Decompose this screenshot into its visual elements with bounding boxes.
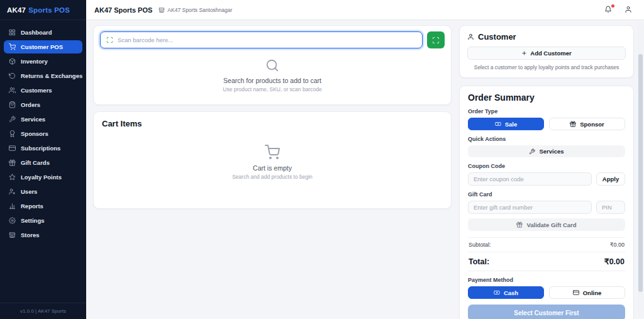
sidebar-item-customers[interactable]: Customers [4, 84, 82, 97]
wrench-icon [529, 148, 535, 155]
app-window: AK47 Sports POS Dashboard Customer POS I… [0, 0, 644, 319]
services-button[interactable]: Services [468, 145, 625, 157]
scan-button[interactable] [427, 31, 445, 48]
payment-cash-button[interactable]: Cash [468, 286, 544, 299]
gift-icon [570, 121, 576, 127]
sidebar-item-inventory[interactable]: Inventory [4, 55, 82, 68]
credit-card-icon [9, 145, 16, 152]
quick-actions-label: Quick Actions [468, 136, 625, 142]
sidebar-item-sponsors[interactable]: Sponsors [4, 127, 82, 140]
sidebar-item-subscriptions[interactable]: Subscriptions [4, 142, 82, 155]
banknote-icon [494, 289, 500, 296]
checkout-button[interactable]: Select Customer First [468, 305, 625, 319]
sidebar: AK47 Sports POS Dashboard Customer POS I… [0, 0, 86, 319]
notification-badge [611, 4, 614, 8]
services-button-label: Services [539, 148, 564, 155]
payment-method-label: Payment Method [468, 277, 625, 283]
sidebar-item-label: Sponsors [21, 130, 48, 137]
order-summary-card: Order Summary Order Type Sale Sponsor Qu… [459, 86, 634, 319]
barcode-input[interactable] [118, 36, 416, 43]
order-type-sale-label: Sale [505, 121, 518, 128]
sidebar-item-orders[interactable]: Orders [4, 98, 82, 111]
sidebar-item-label: Users [21, 188, 37, 195]
sidebar-item-label: Services [21, 116, 45, 123]
scrollbar-thumb[interactable] [638, 54, 643, 292]
store-icon [158, 7, 165, 13]
user-icon [625, 6, 632, 13]
customer-title: Customer [478, 32, 516, 42]
coupon-code-input[interactable] [468, 172, 592, 186]
sidebar-item-gift-cards[interactable]: Gift Cards [4, 156, 82, 169]
sidebar-item-label: Dashboard [21, 29, 52, 36]
gift-card-pin-input[interactable] [596, 201, 625, 214]
validate-gift-card-button[interactable]: Validate Gift Card [468, 218, 625, 231]
user-gear-icon [9, 188, 16, 195]
sidebar-item-label: Inventory [21, 58, 48, 65]
store-badge: AK47 Sports Santoshnagar [158, 7, 232, 13]
order-type-sponsor-button[interactable]: Sponsor [549, 118, 625, 130]
plus-icon [521, 50, 527, 56]
cart-empty-subtitle: Search and add products to begin [102, 174, 443, 180]
sidebar-item-stores[interactable]: Stores [4, 228, 82, 242]
package-icon [9, 58, 16, 65]
grid-icon [9, 29, 16, 36]
top-header: AK47 Sports POS AK47 Sports Santoshnagar [86, 0, 644, 20]
brand-primary: AK47 [7, 6, 26, 14]
users-icon [9, 87, 16, 94]
search-empty-state: Search for products to add to cart Use p… [100, 48, 445, 92]
sidebar-item-label: Stores [21, 232, 40, 238]
sidebar-item-services[interactable]: Services [4, 113, 82, 126]
order-type-sponsor-label: Sponsor [580, 121, 604, 128]
sidebar-item-settings[interactable]: Settings [4, 214, 82, 227]
sidebar-item-label: Settings [21, 217, 44, 224]
sidebar-item-label: Orders [21, 101, 40, 108]
brand-secondary: Sports POS [28, 6, 70, 14]
gift-card-number-input[interactable] [468, 201, 592, 214]
app-logo: AK47 Sports POS [0, 0, 86, 20]
content-area: Search for products to add to cart Use p… [86, 20, 644, 319]
banknote-icon [495, 121, 501, 127]
subtotal-label: Subtotal: [469, 242, 491, 248]
order-summary-title: Order Summary [468, 92, 625, 103]
rotate-ccw-icon [9, 72, 16, 79]
award-icon [9, 130, 16, 137]
sidebar-item-users[interactable]: Users [4, 185, 82, 198]
totals-section: Subtotal: ₹0.00 Total: ₹0.00 [468, 237, 625, 271]
sidebar-menu: Dashboard Customer POS Inventory Returns… [0, 20, 86, 303]
sidebar-item-customer-pos[interactable]: Customer POS [4, 40, 82, 53]
profile-button[interactable] [624, 6, 633, 14]
store-name: AK47 Sports Santoshnagar [167, 7, 232, 13]
sidebar-item-label: Loyalty Points [21, 174, 62, 181]
sidebar-item-reports[interactable]: Reports [4, 199, 82, 213]
payment-online-button[interactable]: Online [549, 286, 625, 299]
payment-cash-label: Cash [504, 289, 518, 296]
sidebar-item-returns-exchanges[interactable]: Returns & Exchanges [4, 69, 82, 82]
add-customer-button[interactable]: Add Customer [467, 47, 626, 60]
scan-icon [432, 36, 440, 44]
order-type-sale-button[interactable]: Sale [468, 118, 544, 130]
notifications-button[interactable] [604, 6, 613, 14]
wrench-icon [9, 116, 16, 123]
page-title: AK47 Sports POS [94, 6, 152, 14]
sidebar-item-dashboard[interactable]: Dashboard [4, 26, 82, 39]
shopping-bag-icon [9, 101, 16, 108]
scrollbar[interactable] [638, 21, 643, 318]
star-icon [9, 174, 16, 181]
apply-coupon-button[interactable]: Apply [596, 172, 625, 186]
barcode-input-wrap [100, 31, 423, 48]
sidebar-item-label: Reports [21, 203, 43, 210]
search-empty-title: Search for products to add to cart [100, 77, 445, 84]
gift-card-label: Gift Card [468, 191, 625, 198]
scan-icon [106, 36, 113, 43]
bar-chart-icon [9, 203, 16, 210]
search-empty-subtitle: Use product name, SKU, or scan barcode [100, 86, 445, 92]
add-customer-label: Add Customer [530, 50, 571, 57]
cart-empty-state: Cart is empty Search and add products to… [102, 128, 443, 180]
gear-icon [9, 217, 16, 224]
sidebar-item-loyalty-points[interactable]: Loyalty Points [4, 171, 82, 184]
sidebar-item-label: Subscriptions [21, 145, 60, 152]
cart-icon [9, 43, 16, 50]
sidebar-version: v1.0.0 | AK47 Sports [0, 303, 86, 319]
product-search-card: Search for products to add to cart Use p… [93, 25, 452, 105]
sidebar-item-label: Customers [21, 87, 52, 94]
